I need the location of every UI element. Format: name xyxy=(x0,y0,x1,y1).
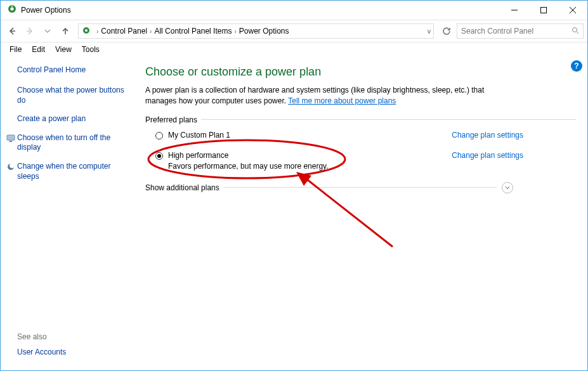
main-content: ? Choose or customize a power plan A pow… xyxy=(139,56,587,370)
plan-name: High performance xyxy=(168,151,452,160)
plan-row-custom: My Custom Plan 1 Change plan settings xyxy=(155,131,523,140)
change-plan-settings-link[interactable]: Change plan settings xyxy=(452,151,523,160)
title-bar: Power Options xyxy=(1,1,587,20)
menu-view[interactable]: View xyxy=(50,44,77,55)
change-plan-settings-link[interactable]: Change plan settings xyxy=(452,131,523,140)
sidebar-link-label: Choose when to turn off the display xyxy=(17,133,110,152)
sidebar-link-power-buttons[interactable]: Choose what the power buttons do xyxy=(17,86,131,105)
breadcrumb-leaf[interactable]: Power Options xyxy=(239,27,289,36)
plan-radio-high-performance[interactable] xyxy=(155,152,163,160)
see-also-label: See also xyxy=(17,332,66,341)
svg-rect-3 xyxy=(541,8,547,13)
menu-bar: File Edit View Tools xyxy=(1,42,587,56)
moon-icon xyxy=(6,162,15,174)
see-also-user-accounts[interactable]: User Accounts xyxy=(17,348,66,358)
menu-file[interactable]: File xyxy=(4,44,27,55)
plan-radio-custom[interactable] xyxy=(155,132,163,140)
svg-point-10 xyxy=(85,29,88,32)
sidebar: Control Panel Home Choose what the power… xyxy=(1,56,139,370)
forward-button[interactable] xyxy=(22,23,37,39)
chevron-right-icon: › xyxy=(96,28,98,35)
divider xyxy=(225,187,497,188)
sidebar-link-label: Change when the computer sleeps xyxy=(17,162,110,181)
search-icon xyxy=(572,27,579,36)
breadcrumb-root[interactable]: Control Panel xyxy=(101,27,147,36)
breadcrumb-icon xyxy=(81,25,91,37)
expand-additional-plans-button[interactable] xyxy=(502,182,513,193)
address-breadcrumb[interactable]: › Control Panel › All Control Panel Item… xyxy=(78,23,434,39)
svg-rect-14 xyxy=(10,141,12,142)
recent-locations-button[interactable] xyxy=(40,23,55,39)
svg-point-16 xyxy=(10,163,15,168)
search-placeholder: Search Control Panel xyxy=(461,27,572,36)
svg-rect-13 xyxy=(7,135,15,140)
svg-line-12 xyxy=(577,32,578,34)
preferred-plans-label: Preferred plans xyxy=(145,115,197,124)
maximize-button[interactable] xyxy=(529,1,558,20)
breadcrumb-mid[interactable]: All Control Panel Items xyxy=(154,27,232,36)
chevron-right-icon: › xyxy=(150,28,152,35)
page-heading: Choose or customize a power plan xyxy=(145,65,576,79)
chevron-down-icon[interactable]: v xyxy=(428,28,431,35)
window-title: Power Options xyxy=(21,6,500,15)
sidebar-link-turn-off-display[interactable]: Choose when to turn off the display xyxy=(17,133,131,153)
back-button[interactable] xyxy=(4,23,20,39)
show-additional-plans-label[interactable]: Show additional plans xyxy=(145,183,219,192)
help-button[interactable]: ? xyxy=(571,60,582,72)
minimize-button[interactable] xyxy=(500,1,529,20)
svg-point-11 xyxy=(573,27,577,32)
svg-point-1 xyxy=(10,7,13,10)
navigation-bar: › Control Panel › All Control Panel Item… xyxy=(1,20,587,42)
close-button[interactable] xyxy=(558,1,587,20)
divider xyxy=(201,119,576,120)
up-button[interactable] xyxy=(58,23,73,39)
sidebar-link-computer-sleeps[interactable]: Change when the computer sleeps xyxy=(17,162,131,181)
plan-name: My Custom Plan 1 xyxy=(168,131,452,140)
power-options-icon xyxy=(7,4,17,16)
menu-edit[interactable]: Edit xyxy=(27,44,50,55)
chevron-down-icon xyxy=(504,185,511,191)
page-description: A power plan is a collection of hardware… xyxy=(145,85,513,107)
plan-description: Favors performance, but may use more ene… xyxy=(168,162,452,171)
refresh-button[interactable] xyxy=(439,23,454,39)
search-input[interactable]: Search Control Panel xyxy=(457,23,584,39)
sidebar-link-create-plan[interactable]: Create a power plan xyxy=(17,114,131,124)
tell-me-more-link[interactable]: Tell me more about power plans xyxy=(288,96,396,105)
control-panel-home-link[interactable]: Control Panel Home xyxy=(17,65,133,74)
display-icon xyxy=(6,134,15,146)
plan-row-high-performance: High performance Favors performance, but… xyxy=(155,151,523,171)
menu-tools[interactable]: Tools xyxy=(77,44,105,55)
chevron-right-icon: › xyxy=(234,28,236,35)
